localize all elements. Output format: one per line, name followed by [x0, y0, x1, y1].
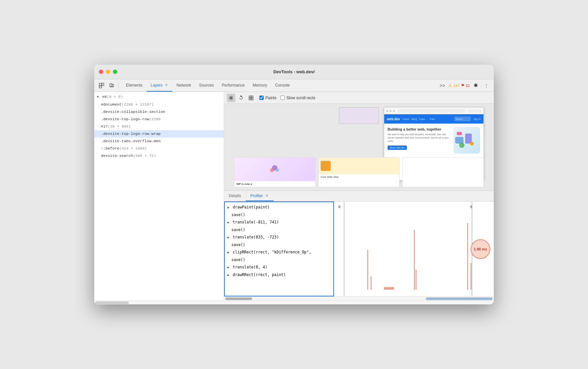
- toolbar-divider: [118, 82, 119, 89]
- tree-item-top-logo-row-wrap[interactable]: .devsite-top-logo-row-wrap: [94, 130, 224, 138]
- close-button[interactable]: [99, 70, 103, 74]
- svg-rect-9: [251, 98, 253, 100]
- inspect-element-button[interactable]: [97, 81, 106, 90]
- main-content: ▼ #6(0 × 0) #document(2208 × 12197) .dev…: [94, 92, 494, 300]
- minimize-button[interactable]: [106, 70, 110, 74]
- tree-item-tabs-overflow-menu[interactable]: .devsite-tabs-overflow-men: [94, 138, 224, 145]
- tab-profiler-close[interactable]: ✕: [265, 193, 269, 198]
- tab-list: Elements Layers ✕ Network Sources Perfor…: [122, 79, 294, 92]
- reset-tool-button[interactable]: [247, 94, 255, 102]
- svg-rect-1: [99, 86, 102, 88]
- layers-toolbar: Paints Slow scroll rects: [224, 92, 494, 104]
- window-controls: [99, 70, 117, 74]
- devtools-toolbar: Elements Layers ✕ Network Sources Perfor…: [94, 79, 494, 92]
- more-options-button[interactable]: ⋮: [482, 81, 491, 90]
- profiler-scrollbar[interactable]: [224, 296, 494, 300]
- nav-learn: Learn: [403, 118, 409, 121]
- tab-network[interactable]: Network: [172, 79, 195, 92]
- card-2-image: [319, 158, 400, 174]
- maximize-button[interactable]: [113, 70, 117, 74]
- profiler-item-drawrrect[interactable]: ▶ drawRRect(rrect, paint): [225, 271, 333, 279]
- profiler-item-save-1[interactable]: save(): [225, 211, 333, 218]
- tab-layers-close[interactable]: ✕: [164, 83, 168, 87]
- svg-rect-4: [112, 84, 114, 87]
- small-preview-top: [339, 107, 379, 124]
- tab-sources[interactable]: Sources: [195, 79, 218, 92]
- tree-item-top-logo-row[interactable]: .devsite-top-logo-row(2208: [94, 116, 224, 123]
- tab-memory[interactable]: Memory: [249, 79, 271, 92]
- paint-bar-1: [367, 250, 368, 290]
- web-preview-illustration: [453, 127, 480, 154]
- preview-card-2: Core Web Vital: [318, 157, 400, 187]
- profiler-item-drawpaint[interactable]: ▶ drawPaint(paint): [225, 203, 333, 211]
- paints-checkbox-label[interactable]: Paints: [259, 96, 276, 100]
- tree-item-devsite-search[interactable]: devsite-search(400 × 72): [94, 152, 224, 160]
- slow-scroll-rects-checkbox[interactable]: [280, 96, 285, 100]
- left-scrubber: [344, 201, 344, 296]
- arrow-icon-2: ▶: [227, 220, 229, 224]
- paints-checkbox[interactable]: [259, 96, 264, 100]
- tab-details[interactable]: Details: [224, 191, 246, 201]
- preview-nav-right: [468, 109, 481, 113]
- devtools-window: DevTools - web.dev/ Elements Layers: [94, 65, 494, 304]
- profiler-item-save-3[interactable]: save(): [225, 241, 333, 248]
- warning-badge[interactable]: ⚠ 147: [448, 83, 459, 88]
- tree-item-before[interactable]: ::before(424 × 1000): [94, 145, 224, 152]
- slow-scroll-rects-checkbox-label[interactable]: Slow scroll rects: [280, 96, 315, 100]
- web-preview-text: Building a better web, together We want …: [388, 127, 450, 154]
- main-scrollbar: [94, 300, 494, 304]
- profiler-item-save-2[interactable]: save(): [225, 226, 333, 233]
- toolbar-right: >> ⚠ 147 ⚑ 52 ⋮: [438, 81, 491, 90]
- profiler-item-translate3[interactable]: ▶ translate(0, 4): [225, 263, 333, 271]
- more-tabs-button[interactable]: >>: [438, 81, 447, 90]
- arrow-icon-3: ▶: [227, 235, 229, 239]
- tree-item-collapsible-section[interactable]: .devsite-collapsible-section: [94, 108, 224, 116]
- about-button[interactable]: About web.dev: [388, 146, 407, 150]
- tree-item-17[interactable]: #17(30 × 808): [94, 123, 224, 130]
- svg-rect-8: [249, 98, 251, 100]
- warning-icon: ⚠: [448, 83, 452, 88]
- scrollbar-thumb-right[interactable]: [426, 297, 492, 300]
- search-bar: Search: [454, 117, 471, 121]
- preview-dot-2: [390, 110, 392, 112]
- preview-dot: [386, 110, 388, 112]
- tab-elements[interactable]: Elements: [122, 79, 147, 92]
- profiler-item-save-4[interactable]: save(): [225, 256, 333, 263]
- svg-rect-2: [102, 83, 104, 86]
- web-preview-top-bar: [384, 108, 483, 114]
- web-dev-logo: web.dev: [387, 117, 400, 121]
- tab-profiler[interactable]: Profiler ✕: [246, 191, 274, 201]
- profiler-tree: ▶ drawPaint(paint) save() ▶ translate(-8…: [224, 201, 334, 296]
- device-toolbar-button[interactable]: [107, 81, 116, 90]
- right-panel: Paints Slow scroll rects: [224, 92, 494, 300]
- arrow-icon-5: ▶: [227, 265, 229, 269]
- pan-tool-button[interactable]: [227, 94, 235, 102]
- tab-performance[interactable]: Performance: [218, 79, 249, 92]
- preview-area: web.dev Learn Blog Case… Patt… Search Si…: [224, 104, 494, 190]
- preview-nav-dots: [386, 110, 395, 112]
- scrollbar-thumb-left[interactable]: [225, 297, 252, 300]
- svg-rect-7: [251, 96, 253, 98]
- profiler-item-cliprrect[interactable]: ▶ clipRRect(rrect, "kDifference_Op",: [225, 248, 333, 256]
- main-scrollbar-thumb[interactable]: [96, 301, 129, 304]
- preview-dot-3: [393, 110, 395, 112]
- profiler-item-translate2[interactable]: ▶ translate(833, -723): [225, 233, 333, 241]
- arrow-icon-6: ▶: [227, 273, 229, 277]
- tree-arrow: ▼: [97, 95, 99, 99]
- nav-blog: Blog: [412, 118, 417, 121]
- tree-item-root[interactable]: ▼ #6(0 × 0): [94, 93, 224, 101]
- svg-point-12: [459, 143, 464, 148]
- svg-rect-14: [457, 132, 462, 135]
- settings-button[interactable]: [471, 81, 480, 90]
- tab-console[interactable]: Console: [271, 79, 294, 92]
- paint-bar-5: [467, 223, 468, 290]
- bottom-tabs: Details Profiler ✕: [224, 191, 494, 201]
- profiler-item-translate1[interactable]: ▶ translate(-811, 741): [225, 218, 333, 226]
- nav-patterns: Patt…: [430, 118, 437, 121]
- card-2-thumb: [321, 161, 331, 171]
- profiler-content: ▶ drawPaint(paint) save() ▶ translate(-8…: [224, 201, 494, 296]
- tab-layers[interactable]: Layers ✕: [147, 79, 172, 92]
- error-badge[interactable]: ⚑ 52: [461, 83, 470, 88]
- rotate-tool-button[interactable]: [237, 94, 245, 102]
- tree-item-document[interactable]: #document(2208 × 12197): [94, 101, 224, 108]
